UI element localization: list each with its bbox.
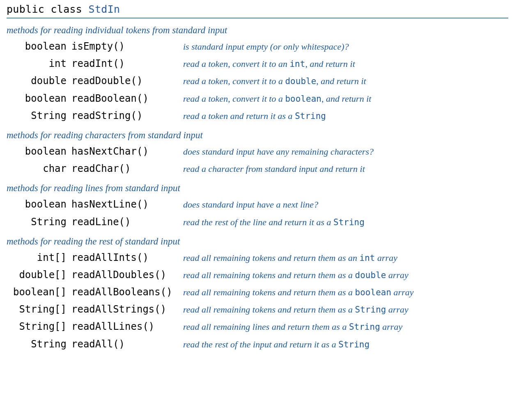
description-text: array xyxy=(386,270,408,280)
sections-container: methods for reading individual tokens fr… xyxy=(7,25,508,352)
return-type: String[] xyxy=(7,319,71,334)
description-text: read all remaining tokens and return the… xyxy=(183,270,355,280)
method-name: readDouble() xyxy=(71,73,183,89)
return-type: String xyxy=(7,108,71,123)
method-row: StringreadLine()read the rest of the lin… xyxy=(7,215,508,230)
method-description: read the rest of the input and return it… xyxy=(183,338,508,352)
method-description: read all remaining lines and return them… xyxy=(183,320,508,334)
code-literal: String xyxy=(349,322,380,332)
method-name: readAllLines() xyxy=(71,319,183,334)
description-text: array xyxy=(380,322,402,332)
method-name: readString() xyxy=(71,108,183,123)
method-row: StringreadAll()read the rest of the inpu… xyxy=(7,337,508,352)
method-description: read all remaining tokens and return the… xyxy=(183,285,508,299)
return-type: double xyxy=(7,73,71,89)
description-text: does standard input have any remaining c… xyxy=(183,146,374,157)
code-literal: boolean xyxy=(285,94,321,104)
description-text: read all remaining lines and return them… xyxy=(183,322,349,332)
method-name: readChar() xyxy=(71,161,183,176)
section-heading: methods for reading lines from standard … xyxy=(7,183,508,194)
description-text: , and return it xyxy=(321,94,371,104)
method-row: String[]readAllStrings()read all remaini… xyxy=(7,302,508,317)
method-name: isEmpty() xyxy=(71,39,183,54)
code-literal: boolean xyxy=(355,288,392,297)
return-type: int xyxy=(7,56,71,71)
method-name: hasNextChar() xyxy=(71,144,183,159)
description-text: read the rest of the input and return it… xyxy=(183,339,338,349)
code-literal: int xyxy=(360,253,375,263)
method-row: booleanisEmpty()is standard input empty … xyxy=(7,39,508,54)
method-description: read a token, convert it to an int, and … xyxy=(183,57,508,71)
method-description: read all remaining tokens and return the… xyxy=(183,303,508,317)
method-row: double[]readAllDoubles()read all remaini… xyxy=(7,267,508,283)
method-name: readInt() xyxy=(71,56,183,71)
return-type: boolean[] xyxy=(7,285,71,300)
section-heading: methods for reading characters from stan… xyxy=(7,130,508,141)
method-name: readLine() xyxy=(71,215,183,230)
method-description: read a token, convert it to a double, an… xyxy=(183,74,508,88)
description-text: read a token, convert it to a xyxy=(183,94,285,104)
description-text: read a token and return it as a xyxy=(183,111,295,121)
code-literal: String xyxy=(295,111,326,121)
method-row: String[]readAllLines()read all remaining… xyxy=(7,319,508,334)
return-type: boolean xyxy=(7,91,71,106)
method-row: int[]readAllInts()read all remaining tok… xyxy=(7,250,508,265)
description-text: array xyxy=(375,253,397,263)
method-description: read the rest of the line and return it … xyxy=(183,215,508,229)
description-text: is standard input empty (or only whitesp… xyxy=(183,41,349,52)
return-type: String xyxy=(7,337,71,352)
description-text: read a token, convert it to an xyxy=(183,59,289,69)
method-description: read a character from standard input and… xyxy=(183,162,508,176)
method-description: read all remaining tokens and return the… xyxy=(183,251,508,265)
method-name: hasNextLine() xyxy=(71,197,183,212)
method-description: is standard input empty (or only whitesp… xyxy=(183,40,508,54)
return-type: boolean xyxy=(7,197,71,212)
code-literal: String xyxy=(355,305,386,315)
method-name: readBoolean() xyxy=(71,91,183,106)
code-literal: int xyxy=(289,59,305,69)
return-type: char xyxy=(7,161,71,176)
code-literal: String xyxy=(338,340,369,349)
description-text: read a character from standard input and… xyxy=(183,164,365,174)
method-description: read all remaining tokens and return the… xyxy=(183,268,508,282)
method-row: booleanreadBoolean()read a token, conver… xyxy=(7,91,508,106)
return-type: int[] xyxy=(7,250,71,265)
description-text: array xyxy=(386,304,408,315)
method-row: StringreadString()read a token and retur… xyxy=(7,108,508,123)
description-text: read all remaining tokens and return the… xyxy=(183,304,355,315)
method-description: does standard input have any remaining c… xyxy=(183,145,508,159)
description-text: read all remaining tokens and return the… xyxy=(183,287,355,297)
method-name: readAll() xyxy=(71,337,183,352)
return-type: double[] xyxy=(7,267,71,283)
class-keyword: public class xyxy=(7,3,82,15)
method-row: booleanhasNextChar()does standard input … xyxy=(7,144,508,159)
section-heading: methods for reading the rest of standard… xyxy=(7,236,508,247)
method-row: boolean[]readAllBooleans()read all remai… xyxy=(7,285,508,300)
code-literal: double xyxy=(355,270,386,280)
description-text: does standard input have a next line? xyxy=(183,199,318,210)
method-description: read a token, convert it to a boolean, a… xyxy=(183,92,508,106)
return-type: String xyxy=(7,215,71,230)
return-type: String[] xyxy=(7,302,71,317)
method-row: booleanhasNextLine()does standard input … xyxy=(7,197,508,212)
code-literal: double xyxy=(285,76,316,86)
method-row: charreadChar()read a character from stan… xyxy=(7,161,508,176)
method-name: readAllInts() xyxy=(71,250,183,265)
method-name: readAllStrings() xyxy=(71,302,183,317)
description-text: read the rest of the line and return it … xyxy=(183,217,333,227)
method-name: readAllDoubles() xyxy=(71,267,183,283)
description-text: array xyxy=(391,287,413,297)
method-description: read a token and return it as a String xyxy=(183,109,508,123)
method-row: doublereadDouble()read a token, convert … xyxy=(7,73,508,89)
description-text: read all remaining tokens and return the… xyxy=(183,253,360,263)
method-row: intreadInt()read a token, convert it to … xyxy=(7,56,508,71)
section-heading: methods for reading individual tokens fr… xyxy=(7,25,508,36)
description-text: , and return it xyxy=(316,76,366,86)
code-literal: String xyxy=(333,217,365,227)
class-header: public class StdIn xyxy=(7,3,508,18)
return-type: boolean xyxy=(7,144,71,159)
class-name: StdIn xyxy=(89,3,120,15)
description-text: read a token, convert it to a xyxy=(183,76,285,86)
return-type: boolean xyxy=(7,39,71,54)
method-name: readAllBooleans() xyxy=(71,285,183,300)
